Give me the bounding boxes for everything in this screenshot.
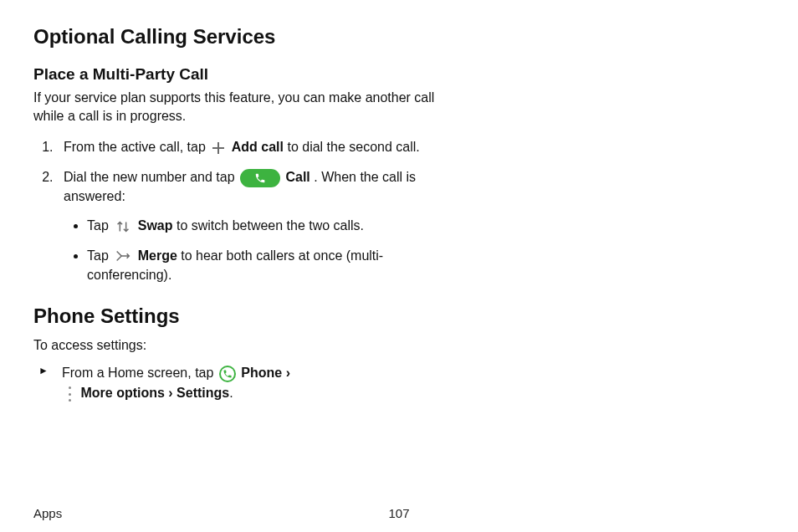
footer-section: Apps [33, 506, 277, 520]
sub-b-bold: Merge [138, 248, 177, 263]
nav-settings: Settings [176, 386, 229, 400]
chevron-2: › [165, 386, 176, 400]
phone-settings-lead: To access settings: [33, 336, 435, 355]
nav-pre: From a Home screen, tap [62, 366, 217, 380]
sub-list: Tap Swap to switch between the two calls… [67, 216, 458, 284]
intro-text: If your service plan supports this featu… [33, 89, 435, 126]
step-2-text-pre: Dial the new number and tap [64, 170, 238, 184]
more-options-icon [64, 386, 75, 402]
plus-icon [211, 141, 226, 156]
sub-a-post: to switch between the two calls. [176, 218, 364, 233]
chevron-1: › [282, 366, 290, 380]
footer-spacer [521, 506, 765, 520]
steps-list: From the active call, tap Add call to di… [33, 138, 458, 284]
sub-a-bold: Swap [138, 218, 173, 233]
step-2-bold: Call [285, 170, 309, 184]
merge-icon [114, 248, 132, 264]
step-1-text-post: to dial the second call. [287, 140, 419, 154]
phone-app-icon [219, 366, 236, 382]
footer: Apps 107 [0, 506, 798, 520]
nav-list: From a Home screen, tap Phone › More opt… [33, 363, 458, 403]
nav-item: From a Home screen, tap Phone › More opt… [57, 363, 458, 403]
main-heading: Optional Calling Services [33, 25, 765, 49]
step-1: From the active call, tap Add call to di… [57, 138, 458, 156]
sub-b: Tap Merge to hear both callers at once (… [87, 246, 458, 284]
footer-page-number: 107 [277, 506, 520, 520]
phone-settings-heading: Phone Settings [33, 304, 765, 328]
nav-dot: . [229, 386, 233, 400]
nav-phone: Phone [241, 366, 282, 380]
nav-more: More options [80, 386, 164, 400]
step-1-text-pre: From the active call, tap [64, 140, 209, 154]
sub-a-pre: Tap [87, 218, 112, 233]
sub-a: Tap Swap to switch between the two calls… [87, 216, 458, 235]
call-button-icon [240, 169, 280, 187]
step-1-bold: Add call [232, 140, 284, 154]
sub-heading: Place a Multi-Party Call [33, 65, 765, 84]
step-2: Dial the new number and tap Call . When … [57, 168, 458, 284]
swap-icon [114, 218, 132, 235]
sub-b-pre: Tap [87, 248, 112, 263]
page: Optional Calling Services Place a Multi-… [0, 0, 798, 532]
